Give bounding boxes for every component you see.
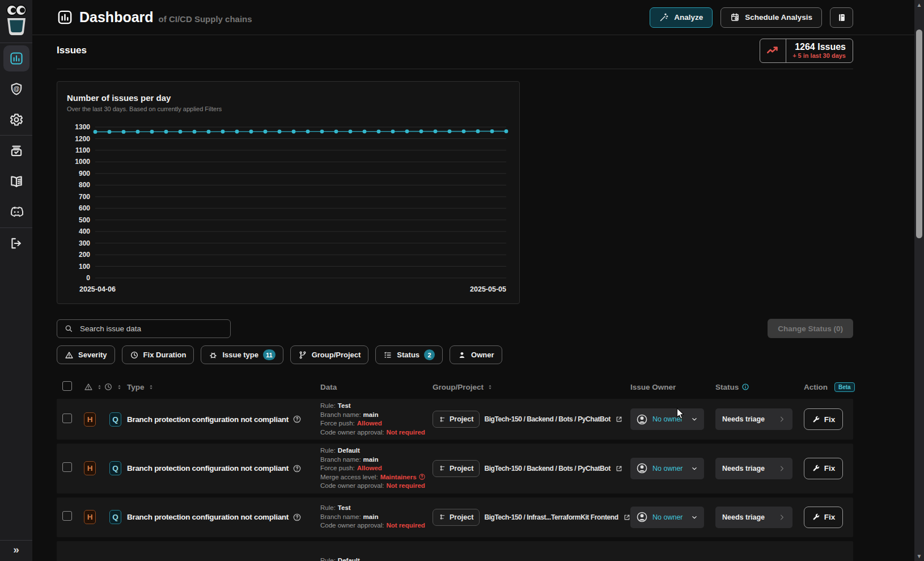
project-path-link[interactable]: BigTech-150 / Backend / Bots / PyChatBot xyxy=(484,415,611,423)
avatar-icon xyxy=(636,511,648,523)
filter-owner[interactable]: Owner xyxy=(450,345,502,364)
filter-count-badge: 2 xyxy=(424,349,435,360)
fix-button[interactable]: Fix xyxy=(804,458,843,479)
app-brand: Dashboard of CI/CD Supply chains xyxy=(57,9,252,26)
external-link-icon[interactable] xyxy=(615,415,623,423)
filter-issue-type[interactable]: Issue type 11 xyxy=(201,345,283,364)
data-value: Test xyxy=(338,504,351,511)
scrollbar-thumb[interactable] xyxy=(916,29,922,238)
question-circle-icon[interactable] xyxy=(293,513,302,522)
data-value: Allowed xyxy=(357,465,382,471)
svg-text:0: 0 xyxy=(86,274,90,282)
filter-fix-duration[interactable]: Fix Duration xyxy=(122,345,194,364)
issues-delta: + 5 in last 30 days xyxy=(792,52,846,60)
sidebar-expand-button[interactable]: » xyxy=(0,541,32,559)
scroll-up-arrow-icon[interactable]: ▲ xyxy=(914,2,924,8)
issue-data-line: Force push:Allowed xyxy=(320,464,425,473)
status-button[interactable]: Needs triage xyxy=(715,507,792,528)
info-circle-icon[interactable] xyxy=(741,383,749,391)
fix-label: Fix xyxy=(824,415,836,424)
filter-status[interactable]: Status 2 xyxy=(375,345,443,364)
issue-title-text: Branch protection configuration not comp… xyxy=(127,513,289,521)
owner-dropdown[interactable]: No owner xyxy=(630,507,704,528)
select-all-checkbox[interactable] xyxy=(62,381,72,391)
issue-title: Branch protection configuration not comp… xyxy=(127,513,314,522)
external-link-icon[interactable] xyxy=(615,465,623,473)
fix-button[interactable]: Fix xyxy=(804,408,843,430)
project-path-link[interactable]: BigTech-150 / Infrast...TerraformKit Fro… xyxy=(484,513,618,521)
issue-data-line: Force push:Allowed xyxy=(320,419,425,428)
sidebar-item-tasks[interactable] xyxy=(3,138,29,164)
question-circle-icon[interactable] xyxy=(293,464,302,473)
svg-text:400: 400 xyxy=(79,227,90,235)
vertical-scrollbar[interactable]: ▲ ▼ xyxy=(914,0,924,561)
shield-search-icon: @ xyxy=(9,82,24,96)
sort-icon xyxy=(96,383,103,391)
data-label: Force push: xyxy=(320,420,355,427)
svg-text:1000: 1000 xyxy=(75,158,90,166)
robot-logo xyxy=(4,4,29,39)
data-label: Code owner approval: xyxy=(320,522,384,529)
svg-text:300: 300 xyxy=(79,239,90,247)
status-button[interactable]: Needs triage xyxy=(715,458,792,479)
data-label: Branch name: xyxy=(320,456,361,463)
chevron-right-icon xyxy=(778,513,786,521)
table-row: HQBranch protection configuration not co… xyxy=(57,444,853,493)
sidebar-item-dashboard[interactable] xyxy=(3,45,29,71)
warning-triangle-icon xyxy=(84,382,93,391)
filter-severity[interactable]: Severity xyxy=(57,345,115,364)
status-button[interactable]: Needs triage xyxy=(715,408,792,430)
row-checkbox[interactable] xyxy=(62,511,72,521)
issue-title: Branch protection configuration not comp… xyxy=(127,464,314,473)
project-chip: Project xyxy=(433,460,480,477)
sidebar-item-logout[interactable] xyxy=(3,230,29,256)
filter-group-project[interactable]: Group/Project xyxy=(290,345,369,364)
sidebar-item-security-scan[interactable]: @ xyxy=(3,76,29,102)
project-chip-label: Project xyxy=(450,415,473,423)
issue-data-line: Rule:Test xyxy=(320,504,425,513)
column-group-project[interactable]: Group/Project xyxy=(425,383,630,391)
sidebar-item-documentation[interactable] xyxy=(3,168,29,195)
column-data: Data xyxy=(314,383,425,391)
column-type[interactable]: Type xyxy=(127,383,314,391)
owner-dropdown[interactable]: No owner xyxy=(630,458,704,479)
sidebar-divider xyxy=(0,227,32,228)
external-link-icon[interactable] xyxy=(623,513,631,521)
project-path-link[interactable]: BigTech-150 / Backend / Bots / PyChatBot xyxy=(484,465,611,473)
scroll-down-arrow-icon[interactable]: ▼ xyxy=(914,553,924,559)
schedule-analysis-button[interactable]: Schedule Analysis xyxy=(720,7,822,28)
change-status-button[interactable]: Change Status (0) xyxy=(768,319,853,338)
issue-data: Rule:Default xyxy=(314,554,425,561)
svg-text:2025-05-05: 2025-05-05 xyxy=(470,285,506,293)
fix-button[interactable]: Fix xyxy=(804,507,843,528)
data-label: Branch name: xyxy=(320,411,361,418)
owner-dropdown[interactable]: No owner xyxy=(630,408,704,430)
issue-data: Rule:TestBranch name:mainForce push:Allo… xyxy=(314,399,425,440)
row-checkbox[interactable] xyxy=(62,462,72,472)
search-input[interactable] xyxy=(79,324,223,334)
question-circle-icon[interactable] xyxy=(293,415,302,424)
chevron-right-icon xyxy=(778,415,786,423)
sidebar-item-community[interactable] xyxy=(3,199,29,225)
issues-table-body: HQBranch protection configuration not co… xyxy=(57,399,853,561)
data-label: Force push: xyxy=(320,465,355,471)
wrench-icon xyxy=(812,415,820,424)
data-label: Rule: xyxy=(320,447,336,454)
sidebar-divider xyxy=(0,43,32,43)
analyze-button[interactable]: Analyze xyxy=(650,7,713,28)
column-severity[interactable] xyxy=(84,382,104,391)
severity-badge: H xyxy=(84,461,96,475)
topbar: Dashboard of CI/CD Supply chains Analyze… xyxy=(32,0,914,35)
column-fix-duration[interactable] xyxy=(104,382,127,391)
sidebar-item-settings[interactable] xyxy=(3,107,29,133)
status-label: Needs triage xyxy=(722,513,765,521)
inbox-check-icon xyxy=(9,144,24,158)
issues-count: 1264 Issues xyxy=(795,41,846,52)
row-checkbox[interactable] xyxy=(62,414,72,423)
journal-button[interactable] xyxy=(830,7,853,28)
search-box[interactable] xyxy=(57,319,231,338)
data-label: Rule: xyxy=(320,504,336,511)
filter-label: Issue type xyxy=(222,351,258,359)
data-value: Not required xyxy=(387,482,425,489)
data-label: Code owner approval: xyxy=(320,482,384,489)
